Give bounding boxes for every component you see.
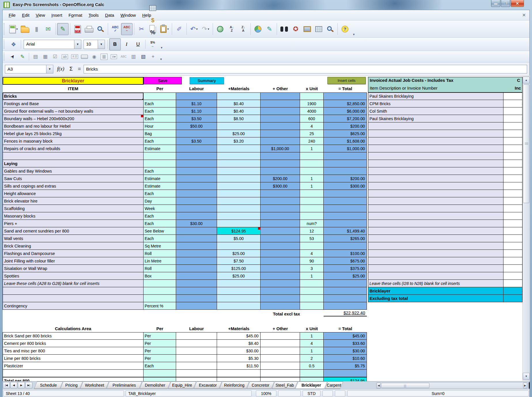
menu-item-window[interactable]: Window — [117, 12, 139, 19]
cell[interactable]: 4 — [300, 122, 324, 130]
cell[interactable]: $124.95 — [217, 227, 261, 235]
sheet-tab-worksheet[interactable]: Worksheet — [80, 381, 109, 389]
cell[interactable]: $1,000.00 — [324, 145, 367, 152]
cell[interactable] — [261, 257, 300, 265]
cell[interactable] — [176, 175, 217, 182]
paste-icon[interactable]: ▾ — [159, 23, 170, 35]
cell[interactable]: $1,000.00 — [261, 145, 300, 152]
invoice-value-cell[interactable] — [503, 205, 522, 212]
cell[interactable]: Laying — [3, 160, 144, 167]
cell[interactable]: Ground floor external walls – not bounda… — [3, 107, 144, 115]
invoice-desc-cell[interactable] — [368, 250, 503, 257]
cell[interactable]: Per — [144, 355, 176, 362]
cell[interactable] — [217, 370, 261, 377]
font-name-combobox[interactable]: Arial ▼ — [24, 40, 81, 49]
insert-cells-button[interactable]: Insert cells — [327, 77, 366, 84]
menu-item-data[interactable]: Data — [102, 12, 117, 19]
cell[interactable]: $3.50 — [176, 115, 217, 122]
cell[interactable] — [261, 152, 300, 160]
cell[interactable] — [176, 190, 217, 197]
cell[interactable]: Bondbeam and reo labour for Hebel — [3, 122, 144, 130]
invoice-desc-cell[interactable] — [368, 272, 503, 280]
cell[interactable]: Bag — [144, 130, 176, 137]
cell[interactable] — [176, 205, 217, 212]
help-icon[interactable]: ? — [339, 23, 351, 35]
cell[interactable]: $2,850.00 — [324, 100, 367, 107]
cell[interactable] — [261, 332, 300, 340]
cell[interactable] — [217, 377, 261, 381]
cell[interactable]: $300.00 — [261, 182, 300, 190]
cell[interactable] — [261, 130, 300, 137]
cell[interactable]: $1,499.40 — [324, 227, 367, 235]
print-icon[interactable] — [83, 23, 95, 35]
cell[interactable] — [176, 250, 217, 257]
cell[interactable] — [261, 100, 300, 107]
cell[interactable] — [261, 190, 300, 197]
cell[interactable] — [176, 340, 217, 347]
cell[interactable] — [217, 152, 261, 160]
invoice-value-cell[interactable] — [503, 257, 522, 265]
cell[interactable] — [300, 160, 324, 167]
invoice-value-cell[interactable] — [503, 122, 522, 130]
cell[interactable] — [144, 377, 176, 381]
cell[interactable] — [176, 92, 217, 100]
minimize-button[interactable]: ▬ — [491, 0, 500, 7]
cell[interactable]: Each — [144, 115, 176, 122]
invoice-desc-cell[interactable]: Col Smith — [368, 107, 503, 115]
cell[interactable]: Scaffolding — [3, 205, 144, 212]
menu-item-edit[interactable]: Edit — [19, 12, 33, 19]
dropdown-caret-icon[interactable]: ▾ — [16, 27, 18, 31]
sum-icon[interactable]: Σ — [69, 66, 73, 72]
redo-icon[interactable]: ↷▾ — [200, 23, 211, 35]
vertical-scrollbar[interactable] — [522, 76, 530, 381]
cell[interactable] — [300, 377, 324, 381]
cell[interactable] — [3, 152, 144, 160]
cell[interactable]: 53 — [300, 235, 324, 242]
sheet-tab-bricklayer[interactable]: Bricklayer — [295, 381, 327, 389]
cell[interactable]: Saw Cuts — [3, 175, 144, 182]
cell[interactable]: Per — [144, 347, 176, 355]
bold-button[interactable]: B — [109, 38, 121, 50]
scroll-left-icon[interactable]: ◀ — [377, 383, 381, 388]
cell[interactable]: $5.75 — [324, 362, 367, 370]
vertical-scroll-thumb[interactable] — [523, 84, 529, 203]
cell[interactable]: Plasticizer — [3, 362, 144, 370]
cell[interactable] — [176, 212, 217, 220]
cell[interactable]: Each — [144, 137, 176, 145]
cell[interactable]: 240 — [300, 137, 324, 145]
cell[interactable]: Joint Filling with colour filler — [3, 257, 144, 265]
cell[interactable] — [176, 362, 217, 370]
cell[interactable]: Hour — [144, 122, 176, 130]
percent-format-icon[interactable]: % — [147, 26, 159, 38]
cell[interactable] — [261, 347, 300, 355]
selected-cell[interactable]: Bricks — [3, 92, 144, 100]
cell[interactable]: Each — [144, 100, 176, 107]
cell[interactable] — [261, 160, 300, 167]
invoice-desc-cell[interactable]: Bricklayer — [368, 287, 503, 295]
cell[interactable]: Ties and misc per 800 — [3, 347, 144, 355]
cell[interactable] — [324, 287, 367, 295]
cell[interactable]: Each — [144, 190, 176, 197]
cell[interactable] — [217, 242, 261, 250]
status-zoom[interactable]: 100% — [256, 390, 276, 396]
invoice-value-cell[interactable]: $ — [503, 92, 522, 100]
last-sheet-icon[interactable]: ▶| — [25, 382, 32, 388]
cell[interactable] — [261, 235, 300, 242]
cell[interactable]: $5.30 — [217, 355, 261, 362]
cell[interactable] — [300, 242, 324, 250]
menu-item-format[interactable]: Format — [65, 12, 86, 19]
zoom-icon[interactable] — [325, 23, 336, 35]
sheet-tab-concretor[interactable]: Concretor — [247, 381, 274, 389]
cell[interactable]: $1.10 — [176, 100, 217, 107]
cell[interactable]: $300.00 — [324, 182, 367, 190]
invoice-value-cell[interactable] — [503, 265, 522, 272]
cell[interactable]: 2 — [300, 355, 324, 362]
invoice-value-cell[interactable] — [503, 272, 522, 280]
cell[interactable] — [261, 362, 300, 370]
invoice-desc-cell[interactable] — [368, 167, 503, 175]
cell[interactable] — [324, 212, 367, 220]
menu-item-tools[interactable]: Tools — [85, 12, 102, 19]
cell[interactable] — [176, 332, 217, 340]
invoice-desc-cell[interactable] — [368, 130, 503, 137]
status-panel[interactable] — [335, 390, 345, 396]
